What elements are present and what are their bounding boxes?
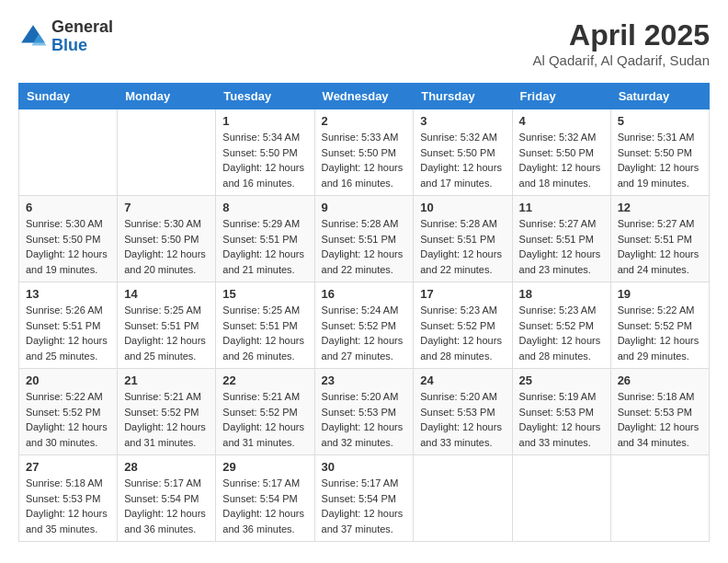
calendar-cell: 25 Sunrise: 5:19 AM Sunset: 5:53 PM Dayl… bbox=[512, 369, 610, 455]
calendar-cell: 22 Sunrise: 5:21 AM Sunset: 5:52 PM Dayl… bbox=[216, 369, 314, 455]
day-number: 11 bbox=[519, 201, 604, 214]
calendar-cell: 2 Sunrise: 5:33 AM Sunset: 5:50 PM Dayli… bbox=[314, 109, 414, 196]
calendar-cell: 16 Sunrise: 5:24 AM Sunset: 5:52 PM Dayl… bbox=[314, 282, 414, 369]
daylight-label: Daylight: 12 hours and 36 minutes. bbox=[222, 508, 304, 534]
sunset-label: Sunset: 5:53 PM bbox=[618, 407, 692, 418]
sunrise-label: Sunrise: 5:25 AM bbox=[222, 304, 300, 316]
weekday-header: Friday bbox=[512, 84, 610, 109]
sunrise-label: Sunrise: 5:18 AM bbox=[26, 477, 103, 488]
calendar-cell: 27 Sunrise: 5:18 AM Sunset: 5:53 PM Dayl… bbox=[19, 455, 118, 542]
day-number: 1 bbox=[222, 114, 307, 128]
calendar-cell: 24 Sunrise: 5:20 AM Sunset: 5:53 PM Dayl… bbox=[414, 369, 512, 455]
sunset-label: Sunset: 5:50 PM bbox=[222, 147, 297, 158]
day-info: Sunrise: 5:30 AM Sunset: 5:50 PM Dayligh… bbox=[124, 216, 209, 277]
daylight-label: Daylight: 12 hours and 16 minutes. bbox=[322, 162, 404, 189]
calendar-week-row: 27 Sunrise: 5:18 AM Sunset: 5:53 PM Dayl… bbox=[19, 455, 710, 542]
daylight-label: Daylight: 12 hours and 25 minutes. bbox=[124, 335, 206, 362]
daylight-label: Daylight: 12 hours and 18 minutes. bbox=[519, 162, 601, 189]
day-number: 28 bbox=[124, 460, 209, 474]
day-info: Sunrise: 5:23 AM Sunset: 5:52 PM Dayligh… bbox=[420, 303, 505, 363]
weekday-header: Tuesday bbox=[216, 84, 314, 109]
sunset-label: Sunset: 5:51 PM bbox=[222, 320, 297, 331]
day-number: 6 bbox=[26, 201, 110, 214]
calendar-cell: 6 Sunrise: 5:30 AM Sunset: 5:50 PM Dayli… bbox=[19, 196, 118, 282]
day-number: 8 bbox=[222, 201, 307, 214]
daylight-label: Daylight: 12 hours and 23 minutes. bbox=[519, 248, 601, 275]
day-info: Sunrise: 5:22 AM Sunset: 5:52 PM Dayligh… bbox=[26, 389, 110, 450]
sunrise-label: Sunrise: 5:23 AM bbox=[519, 304, 597, 316]
sunset-label: Sunset: 5:50 PM bbox=[519, 147, 594, 158]
sunrise-label: Sunrise: 5:19 AM bbox=[519, 391, 597, 402]
day-info: Sunrise: 5:31 AM Sunset: 5:50 PM Dayligh… bbox=[618, 130, 702, 190]
sunrise-label: Sunrise: 5:28 AM bbox=[420, 218, 497, 229]
sunrise-label: Sunrise: 5:22 AM bbox=[26, 391, 103, 402]
day-number: 14 bbox=[124, 287, 209, 301]
calendar-cell: 14 Sunrise: 5:25 AM Sunset: 5:51 PM Dayl… bbox=[118, 282, 216, 369]
day-info: Sunrise: 5:32 AM Sunset: 5:50 PM Dayligh… bbox=[420, 130, 505, 190]
daylight-label: Daylight: 12 hours and 31 minutes. bbox=[222, 421, 304, 448]
day-number: 21 bbox=[124, 373, 209, 387]
sunset-label: Sunset: 5:53 PM bbox=[420, 407, 495, 418]
daylight-label: Daylight: 12 hours and 28 minutes. bbox=[519, 335, 601, 362]
sunset-label: Sunset: 5:54 PM bbox=[222, 493, 297, 504]
sunset-label: Sunset: 5:50 PM bbox=[420, 147, 495, 158]
calendar-cell: 21 Sunrise: 5:21 AM Sunset: 5:52 PM Dayl… bbox=[118, 369, 216, 455]
daylight-label: Daylight: 12 hours and 37 minutes. bbox=[322, 508, 404, 534]
day-info: Sunrise: 5:30 AM Sunset: 5:50 PM Dayligh… bbox=[26, 216, 110, 277]
day-info: Sunrise: 5:28 AM Sunset: 5:51 PM Dayligh… bbox=[420, 216, 505, 277]
day-info: Sunrise: 5:20 AM Sunset: 5:53 PM Dayligh… bbox=[322, 389, 407, 450]
daylight-label: Daylight: 12 hours and 22 minutes. bbox=[322, 248, 404, 275]
daylight-label: Daylight: 12 hours and 22 minutes. bbox=[420, 248, 502, 275]
calendar-table: SundayMondayTuesdayWednesdayThursdayFrid… bbox=[18, 83, 710, 542]
sunrise-label: Sunrise: 5:27 AM bbox=[618, 218, 695, 229]
sunrise-label: Sunrise: 5:25 AM bbox=[124, 304, 201, 316]
sunset-label: Sunset: 5:52 PM bbox=[519, 320, 594, 331]
day-number: 23 bbox=[322, 373, 407, 387]
sunset-label: Sunset: 5:51 PM bbox=[618, 234, 692, 245]
logo-blue: Blue bbox=[51, 37, 113, 55]
day-info: Sunrise: 5:19 AM Sunset: 5:53 PM Dayligh… bbox=[519, 389, 604, 450]
day-number: 4 bbox=[519, 114, 604, 128]
sunrise-label: Sunrise: 5:17 AM bbox=[124, 477, 201, 488]
daylight-label: Daylight: 12 hours and 26 minutes. bbox=[222, 335, 304, 362]
sunrise-label: Sunrise: 5:17 AM bbox=[222, 477, 300, 488]
sunrise-label: Sunrise: 5:31 AM bbox=[618, 132, 695, 143]
sunrise-label: Sunrise: 5:21 AM bbox=[124, 391, 201, 402]
calendar-cell: 17 Sunrise: 5:23 AM Sunset: 5:52 PM Dayl… bbox=[414, 282, 512, 369]
sunset-label: Sunset: 5:52 PM bbox=[222, 407, 297, 418]
day-number: 7 bbox=[124, 201, 209, 214]
daylight-label: Daylight: 12 hours and 29 minutes. bbox=[618, 335, 700, 362]
month-title: April 2025 bbox=[532, 18, 710, 52]
day-info: Sunrise: 5:28 AM Sunset: 5:51 PM Dayligh… bbox=[322, 216, 407, 277]
day-number: 24 bbox=[420, 373, 505, 387]
sunset-label: Sunset: 5:52 PM bbox=[420, 320, 495, 331]
weekday-header: Wednesday bbox=[314, 84, 414, 109]
calendar-cell: 8 Sunrise: 5:29 AM Sunset: 5:51 PM Dayli… bbox=[216, 196, 314, 282]
calendar-week-row: 6 Sunrise: 5:30 AM Sunset: 5:50 PM Dayli… bbox=[19, 196, 710, 282]
location-title: Al Qadarif, Al Qadarif, Sudan bbox=[532, 52, 710, 68]
daylight-label: Daylight: 12 hours and 20 minutes. bbox=[124, 248, 206, 275]
sunset-label: Sunset: 5:50 PM bbox=[618, 147, 692, 158]
day-number: 18 bbox=[519, 287, 604, 301]
calendar-cell: 1 Sunrise: 5:34 AM Sunset: 5:50 PM Dayli… bbox=[216, 109, 314, 196]
daylight-label: Daylight: 12 hours and 19 minutes. bbox=[618, 162, 700, 189]
sunset-label: Sunset: 5:51 PM bbox=[222, 234, 297, 245]
calendar-cell: 30 Sunrise: 5:17 AM Sunset: 5:54 PM Dayl… bbox=[314, 455, 414, 542]
sunset-label: Sunset: 5:52 PM bbox=[322, 320, 396, 331]
calendar-cell bbox=[512, 455, 610, 542]
day-info: Sunrise: 5:21 AM Sunset: 5:52 PM Dayligh… bbox=[222, 389, 307, 450]
day-info: Sunrise: 5:25 AM Sunset: 5:51 PM Dayligh… bbox=[222, 303, 307, 363]
sunrise-label: Sunrise: 5:24 AM bbox=[322, 304, 399, 316]
day-info: Sunrise: 5:34 AM Sunset: 5:50 PM Dayligh… bbox=[222, 130, 307, 190]
sunrise-label: Sunrise: 5:23 AM bbox=[420, 304, 497, 316]
daylight-label: Daylight: 12 hours and 25 minutes. bbox=[26, 335, 108, 362]
daylight-label: Daylight: 12 hours and 31 minutes. bbox=[124, 421, 206, 448]
day-info: Sunrise: 5:23 AM Sunset: 5:52 PM Dayligh… bbox=[519, 303, 604, 363]
calendar-cell: 20 Sunrise: 5:22 AM Sunset: 5:52 PM Dayl… bbox=[19, 369, 118, 455]
day-number: 10 bbox=[420, 201, 505, 214]
sunrise-label: Sunrise: 5:32 AM bbox=[519, 132, 597, 143]
calendar-cell: 13 Sunrise: 5:26 AM Sunset: 5:51 PM Dayl… bbox=[19, 282, 118, 369]
calendar-cell bbox=[414, 455, 512, 542]
day-number: 2 bbox=[322, 114, 407, 128]
daylight-label: Daylight: 12 hours and 24 minutes. bbox=[618, 248, 700, 275]
